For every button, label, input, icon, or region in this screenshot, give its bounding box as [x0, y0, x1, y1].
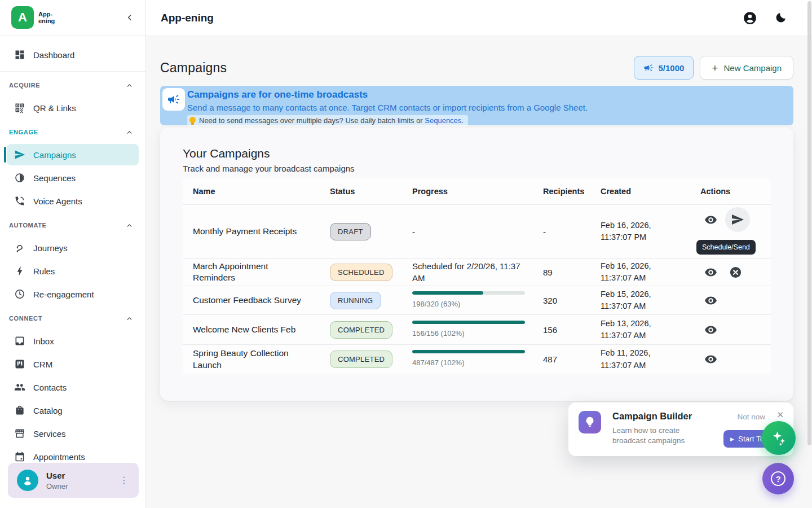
table-body: Monthly Payment Receipts DRAFT - - Feb 1… [183, 204, 771, 374]
view-button[interactable] [700, 209, 721, 230]
sidebar-nav: Dashboard ACQUIRE QR & Links ENGAGE Camp… [0, 36, 145, 467]
new-campaign-button[interactable]: + New Campaign [700, 56, 793, 80]
sidebar-divider [0, 71, 145, 72]
user-role: Owner [46, 482, 68, 491]
send-icon [14, 149, 25, 160]
sidebar-item-services[interactable]: Services [7, 423, 139, 444]
created-cell: Feb 16, 2026, 11:37:07 AM [590, 260, 690, 284]
campaigns-table: Name Status Progress Recipients Created … [183, 178, 771, 374]
progress-label: 156/156 (102%) [412, 329, 524, 339]
clock-icon [14, 288, 25, 300]
col-actions: Actions [690, 187, 771, 196]
created-cell: Feb 13, 2026, 11:37:07 AM [590, 318, 690, 341]
card-subtitle: Track and manage your broadcast campaign… [183, 164, 771, 173]
campaign-quota-badge[interactable]: 5/1000 [634, 56, 694, 80]
recipients-cell: 487 [533, 354, 590, 364]
sidebar-item-qr-links[interactable]: QR & Links [7, 97, 139, 119]
status-badge: SCHEDULED [330, 264, 392, 281]
sidebar-item-inbox[interactable]: Inbox [7, 330, 139, 352]
user-card[interactable]: User Owner ⋮ [8, 463, 139, 498]
section-connect[interactable]: CONNECT [0, 310, 145, 326]
people-icon [14, 382, 25, 393]
sparkles-icon [770, 430, 787, 446]
play-icon: ▶ [730, 436, 734, 442]
actions-cell: Schedule/Send [690, 205, 771, 232]
ai-assistant-fab[interactable] [762, 421, 796, 455]
sidebar-item-rules[interactable]: Rules [7, 260, 139, 282]
cancel-button[interactable] [725, 262, 745, 282]
megaphone-icon [643, 63, 654, 73]
actions-cell [690, 262, 771, 282]
campaign-name: Monthly Payment Receipts [183, 226, 320, 237]
created-cell: Feb 15, 2026, 11:37:07 AM [590, 288, 690, 312]
topbar-actions [742, 10, 788, 27]
sidebar-item-voice-agents[interactable]: Voice Agents [7, 190, 139, 212]
inbox-icon [14, 335, 25, 347]
view-button[interactable] [700, 349, 721, 370]
eye-icon [704, 323, 717, 336]
sidebar-item-catalog[interactable]: Catalog [7, 400, 139, 421]
sequences-link[interactable]: Sequences [425, 116, 461, 125]
eye-icon [704, 353, 717, 366]
shopping-bag-icon [14, 405, 25, 416]
recipients-cell: 320 [533, 296, 590, 305]
status-badge: RUNNING [330, 292, 381, 309]
col-progress: Progress [402, 187, 533, 196]
scrollbar-thumb[interactable] [807, 1, 811, 445]
schedule-send-button[interactable] [725, 207, 750, 232]
view-button[interactable] [700, 290, 721, 310]
actions-cell [690, 290, 771, 310]
sidebar-item-contacts[interactable]: Contacts [7, 376, 139, 398]
progress-bar [412, 350, 525, 353]
status-badge: COMPLETED [330, 351, 392, 368]
sidebar-item-sequences[interactable]: Sequences [7, 167, 139, 189]
bulb-badge [579, 411, 601, 433]
table-row: Customer Feedback Survey RUNNING 198/320… [183, 286, 771, 314]
progress-cell: 487/487 (102%) [402, 350, 533, 368]
chevron-up-icon [126, 315, 133, 322]
close-icon[interactable]: ✕ [775, 408, 785, 422]
status-badge: COMPLETED [330, 321, 392, 339]
campaign-name: Welcome New Clients Feb [183, 324, 320, 335]
page-title: Campaigns [160, 60, 227, 76]
created-cell: Feb 11, 2026, 11:37:07 AM [590, 347, 690, 371]
popup-title: Campaign Builder [612, 411, 692, 422]
progress-fill [412, 321, 525, 324]
account-button[interactable] [742, 10, 758, 27]
sidebar-item-campaigns[interactable]: Campaigns [7, 144, 139, 165]
sidebar-item-crm[interactable]: CRM [7, 353, 139, 375]
person-icon [21, 474, 34, 487]
view-button[interactable] [700, 262, 721, 282]
question-mark-icon: ? [771, 471, 785, 486]
col-status: Status [320, 187, 402, 196]
col-recipients: Recipients [533, 187, 590, 196]
help-fab[interactable]: ? [762, 463, 794, 494]
actions-cell [690, 319, 771, 340]
campaign-name: Customer Feedback Survey [183, 295, 320, 306]
section-engage[interactable]: ENGAGE [0, 124, 145, 140]
table-row: Monthly Payment Receipts DRAFT - - Feb 1… [183, 204, 771, 258]
calendar-icon [14, 451, 25, 462]
sidebar-item-dashboard[interactable]: Dashboard [7, 44, 139, 65]
chevron-up-icon [126, 82, 133, 89]
moon-icon [774, 11, 787, 24]
sidebar-item-journeys[interactable]: Journeys [7, 237, 139, 259]
lightning-icon [14, 265, 25, 277]
dark-mode-toggle[interactable] [773, 10, 788, 25]
section-acquire[interactable]: ACQUIRE [0, 77, 145, 93]
user-menu-button[interactable]: ⋮ [116, 474, 132, 487]
table-row: March Appointment Reminders SCHEDULED Sc… [183, 258, 771, 286]
user-avatar [17, 470, 38, 491]
user-meta: User Owner [46, 471, 68, 491]
account-circle-icon [743, 11, 757, 25]
banner-body: Send a message to many contacts at once.… [187, 102, 788, 115]
topbar-title: App-ening [161, 12, 214, 24]
progress-cell: 198/320 (63%) [402, 291, 533, 309]
not-now-button[interactable]: Not now [737, 413, 765, 421]
table-header: Name Status Progress Recipients Created … [183, 178, 771, 204]
view-button[interactable] [700, 319, 721, 340]
sidebar-collapse-button[interactable] [123, 11, 136, 24]
section-automate[interactable]: AUTOMATE [0, 217, 145, 233]
sidebar-header: A App- ening [0, 0, 145, 36]
sidebar-item-re-engagement[interactable]: Re-engagement [7, 283, 139, 305]
